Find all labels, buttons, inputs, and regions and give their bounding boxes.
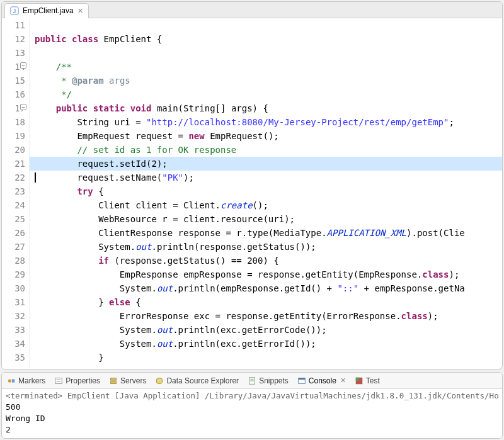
code-line[interactable]: try { bbox=[35, 184, 502, 198]
svg-rect-16 bbox=[356, 377, 359, 380]
fold-toggle-icon[interactable]: − bbox=[20, 62, 26, 69]
code-content[interactable]: public class EmpClient { /** * @param ar… bbox=[30, 18, 502, 369]
line-number: 24 bbox=[2, 198, 25, 212]
code-line[interactable]: request.setId(2); bbox=[30, 157, 502, 171]
bottom-view-tabs: MarkersPropertiesServersData Source Expl… bbox=[2, 373, 502, 389]
svg-rect-7 bbox=[111, 378, 117, 380]
console-line: 500 bbox=[6, 402, 498, 413]
view-tab-servers[interactable]: Servers bbox=[108, 376, 147, 385]
code-line[interactable]: } else { bbox=[35, 295, 502, 309]
console-view[interactable]: <terminated> EmpClient [Java Application… bbox=[2, 389, 502, 437]
code-line[interactable]: request.setName("PK"); bbox=[35, 171, 502, 184]
line-number-gutter: 11121314−151617−181920212223242526272829… bbox=[2, 18, 30, 369]
line-number: 17− bbox=[2, 101, 25, 115]
line-number: 22 bbox=[2, 171, 25, 184]
console-icon bbox=[297, 376, 306, 385]
view-tab-label: Servers bbox=[120, 376, 146, 385]
line-number: 14− bbox=[2, 60, 25, 74]
line-number: 21 bbox=[2, 157, 25, 171]
code-line[interactable]: String uri = "http://localhost:8080/My-J… bbox=[35, 115, 502, 129]
properties-icon bbox=[54, 376, 63, 385]
line-number: 15 bbox=[2, 74, 25, 87]
bottom-views-pane: MarkersPropertiesServersData Source Expl… bbox=[1, 372, 503, 439]
line-number: 11 bbox=[2, 18, 25, 32]
svg-rect-14 bbox=[299, 378, 306, 380]
line-number: 16 bbox=[2, 87, 25, 101]
close-icon[interactable]: ✕ bbox=[77, 7, 83, 15]
line-number: 13 bbox=[2, 46, 25, 60]
view-tab-label: Data Source Explorer bbox=[166, 376, 239, 385]
svg-text:J: J bbox=[13, 8, 16, 14]
line-number: 23 bbox=[2, 184, 25, 198]
code-line[interactable]: System.out.println(empResponse.getId() +… bbox=[35, 281, 502, 295]
line-number: 27 bbox=[2, 240, 25, 254]
editor-pane: J EmpClient.java ✕ 11121314−151617−18192… bbox=[1, 1, 503, 369]
code-line[interactable]: /** bbox=[35, 60, 502, 74]
code-line[interactable]: EmpResponse empResponse = response.getEn… bbox=[35, 268, 502, 281]
line-number: 26 bbox=[2, 226, 25, 240]
console-line: Wrong ID bbox=[6, 413, 498, 424]
junit-icon bbox=[355, 376, 364, 385]
view-tab-markers[interactable]: Markers bbox=[6, 376, 47, 385]
code-line[interactable]: // set id as 1 for OK response bbox=[35, 143, 502, 157]
code-line[interactable]: public class EmpClient { bbox=[35, 32, 502, 46]
line-number: 30 bbox=[2, 281, 25, 295]
servers-icon bbox=[109, 376, 118, 385]
view-tab-properties[interactable]: Properties bbox=[53, 376, 101, 385]
markers-icon bbox=[7, 376, 16, 385]
line-number: 29 bbox=[2, 268, 25, 281]
svg-rect-4 bbox=[55, 378, 62, 383]
snippets-icon bbox=[248, 376, 256, 385]
line-number: 28 bbox=[2, 254, 25, 268]
code-line[interactable]: public static void main(String[] args) { bbox=[35, 101, 502, 115]
line-number: 12 bbox=[2, 32, 25, 46]
svg-rect-3 bbox=[12, 379, 14, 382]
editor-tab-empclient[interactable]: J EmpClient.java ✕ bbox=[4, 3, 89, 18]
line-number: 18 bbox=[2, 115, 25, 129]
code-line[interactable]: ErrorResponse exc = response.getEntity(E… bbox=[35, 309, 502, 323]
code-line[interactable]: * @param args bbox=[35, 74, 502, 87]
view-tab-data-source-explorer[interactable]: Data Source Explorer bbox=[154, 376, 240, 385]
view-tab-label: Test bbox=[366, 376, 380, 385]
code-line[interactable]: if (response.getStatus() == 200) { bbox=[35, 254, 502, 268]
code-line[interactable]: System.out.println(exc.getErrorCode()); bbox=[35, 323, 502, 337]
view-tab-snippets[interactable]: Snippets bbox=[246, 376, 290, 385]
code-line[interactable]: Client client = Client.create(); bbox=[35, 198, 502, 212]
view-tab-console[interactable]: Console✕ bbox=[296, 376, 347, 385]
code-line[interactable] bbox=[35, 46, 502, 60]
view-tab-label: Console bbox=[309, 376, 336, 385]
code-line[interactable]: WebResource r = client.resource(uri); bbox=[35, 212, 502, 226]
code-area[interactable]: 11121314−151617−181920212223242526272829… bbox=[2, 18, 502, 369]
line-number: 20 bbox=[2, 143, 25, 157]
line-number: 19 bbox=[2, 129, 25, 143]
view-tab-label: Snippets bbox=[259, 376, 289, 385]
console-line: 2 bbox=[6, 424, 498, 436]
line-number: 35 bbox=[2, 351, 25, 364]
editor-tab-label: EmpClient.java bbox=[23, 6, 74, 15]
view-tab-label: Properties bbox=[66, 376, 100, 385]
code-line[interactable]: ClientResponse response = r.type(MediaTy… bbox=[35, 226, 502, 240]
svg-rect-8 bbox=[111, 381, 117, 383]
line-number: 33 bbox=[2, 323, 25, 337]
code-line[interactable] bbox=[35, 18, 502, 32]
svg-point-2 bbox=[8, 379, 11, 382]
console-output: 500Wrong ID2 bbox=[6, 402, 498, 436]
code-line[interactable]: System.out.println(response.getStatus())… bbox=[35, 240, 502, 254]
code-line[interactable]: } bbox=[35, 351, 502, 364]
line-number: 34 bbox=[2, 337, 25, 351]
java-file-icon: J bbox=[10, 6, 19, 15]
line-number: 25 bbox=[2, 212, 25, 226]
code-line[interactable]: */ bbox=[35, 87, 502, 101]
code-line[interactable]: System.out.println(exc.getErrorId()); bbox=[35, 337, 502, 351]
console-process-header: <terminated> EmpClient [Java Application… bbox=[6, 390, 498, 402]
datasource-icon bbox=[155, 376, 164, 385]
line-number: 32 bbox=[2, 309, 25, 323]
editor-tab-bar: J EmpClient.java ✕ bbox=[2, 2, 502, 18]
close-icon[interactable]: ✕ bbox=[340, 376, 346, 385]
view-tab-label: Markers bbox=[18, 376, 45, 385]
fold-toggle-icon[interactable]: − bbox=[20, 104, 26, 110]
code-line[interactable]: EmpRequest request = new EmpRequest(); bbox=[35, 129, 502, 143]
line-number: 31 bbox=[2, 295, 25, 309]
view-tab-test[interactable]: Test bbox=[353, 376, 381, 385]
